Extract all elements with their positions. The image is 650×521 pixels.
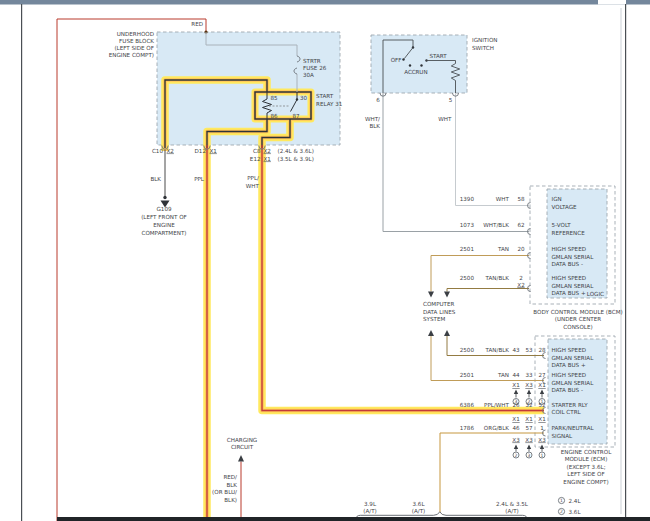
pin-function: STARTER RLY [552,402,589,408]
pin-connector: X3 [525,437,533,443]
circuit-number: 2501 [460,246,475,252]
wire-color-label: (OR BLU/ [212,489,237,495]
ignition-title: SWITCH [472,45,494,51]
variant-label: 2.4L & 3.5L [496,501,529,507]
wire-color-label: WHT [246,183,260,189]
page-edge-right [621,8,622,514]
ignition-switch-box[interactable] [371,35,467,93]
wire-color-label: TAN [497,246,509,252]
wire-color-label: PPL/WHT [484,402,509,408]
pin-number: 20 [517,246,525,252]
ground-label: ENGINE [153,222,175,228]
frame-left [21,4,22,521]
relay-pin-number: 30 [300,95,308,101]
pin-number: 52 [538,402,545,408]
wire-color-label: WHT/ [365,116,380,122]
ecm-caption: LEFT SIDE OF [567,471,604,477]
ecm-caption: MODULE (ECM) [565,456,608,462]
fuse-label: STRTR [303,58,321,64]
wire-color-label: WHT [496,196,510,202]
wire-color-label: WHT [438,116,452,122]
pin-function: GMLAN SERIAL [552,283,595,289]
pin-number: 2 [519,275,523,281]
wire-color-label: TAN [497,372,509,378]
pin-connector: X1 [512,382,520,388]
wire-color-label: RED [191,21,203,27]
ecm-caption: ENGINE CONTROL [561,449,612,455]
pin-function: DATA BUS + [552,290,586,296]
wire-color-label: TAN/BLK [485,347,510,353]
pin-number: 33 [525,372,533,378]
switch-position: START [430,53,448,59]
pin-number: 26 [512,402,520,408]
wire-color-label: RED/ [223,474,237,480]
pin-number: 27 [538,372,546,378]
switch-position: OFF [391,57,402,63]
connector-pin: X1 [264,156,272,162]
circuit-number: 2501 [460,372,475,378]
ground-label: COMPARTMENT) [141,230,186,236]
pin-function: HIGH SPEED [552,246,586,252]
pin-number: 46 [512,425,520,431]
bcm-caption: (UNDER CENTER [555,316,602,322]
fuse-label: 30A [303,72,314,78]
bcm-caption: CONSOLE) [563,324,592,330]
data-lines-label: DATA LINES [423,309,456,315]
ignition-title: IGNITION [472,37,497,43]
bcm-caption: BODY CONTROL MODULE (BCM) [533,309,622,315]
pin-function: DATA BUS + [552,362,586,368]
legend-label: 3.6L [569,509,582,515]
circuit-number: 6386 [460,402,475,408]
wire-color-label: BLK [226,482,237,488]
connector-pin: X2 [167,148,174,154]
connector-pin: X2 [264,148,271,154]
pin-number: 62 [517,222,524,228]
pin-number: 58 [517,196,525,202]
legend-num: 1 [560,498,563,503]
pin-function: HIGH SPEED [552,275,586,281]
fuse-label: FUSE 26 [303,65,327,71]
pin-function: SIGNAL [552,433,574,439]
legend-label: 2.4L [569,498,582,504]
diagram-viewer: UNDERHOOD FUSE BLOCK (LEFT SIDE OF ENGIN… [0,0,650,521]
pin-connector: X3 [525,382,533,388]
wire-color-label: ORG/BLK [484,425,509,431]
pin-function: GMLAN SERIAL [552,254,595,260]
pin-connector: X3 [538,437,546,443]
data-lines-label: COMPUTER [423,301,455,307]
ground-label: G109 [156,206,171,212]
variant-label: (A/T) [505,508,519,514]
top-bar [0,0,650,5]
circuit-number: 2500 [460,275,475,281]
circuit-number: 1786 [460,425,475,431]
pin-connector: X1 [538,382,546,388]
connector-note: (3.5L & 3.9L) [278,156,314,162]
pin-number: 53 [525,347,533,353]
pin-connector: X1 [512,416,520,422]
pin-function: IGN [552,196,562,202]
variant-label: 3.6L [412,501,425,507]
fuse-block-title: UNDERHOOD [117,31,154,37]
pin-function: 5-VOLT [552,222,572,228]
pin-function: REFERENCE [552,230,586,236]
ecm-caption: (EXCEPT 3.6L; [566,464,605,470]
pin-function: VOLTAGE [552,204,578,210]
wire-color-label: PPL [194,176,205,182]
fuse-block-title: FUSE BLOCK [119,38,154,44]
pin-connector: X1 [525,416,533,422]
charging-label: CHARGING [227,437,257,443]
pin-function: HIGH SPEED [552,347,586,353]
charging-label: CIRCUIT [231,444,254,450]
pin-function: GMLAN SERIAL [552,380,595,386]
variant-ref: 1 [541,453,544,458]
variant-label: (A/T) [363,508,377,514]
fuse-block-title: (LEFT SIDE OF [114,45,154,51]
pin-function: DATA BUS - [552,387,583,393]
wire-color-label: WHT/BLK [483,222,509,228]
connector-note: (2.4L & 3.6L) [278,148,314,154]
contact-acc [409,64,411,66]
legend-num: 2 [560,509,563,514]
pin-connector: X2 [517,282,524,288]
pin-function: HIGH SPEED [552,372,586,378]
pin-connector: X3 [512,437,520,443]
